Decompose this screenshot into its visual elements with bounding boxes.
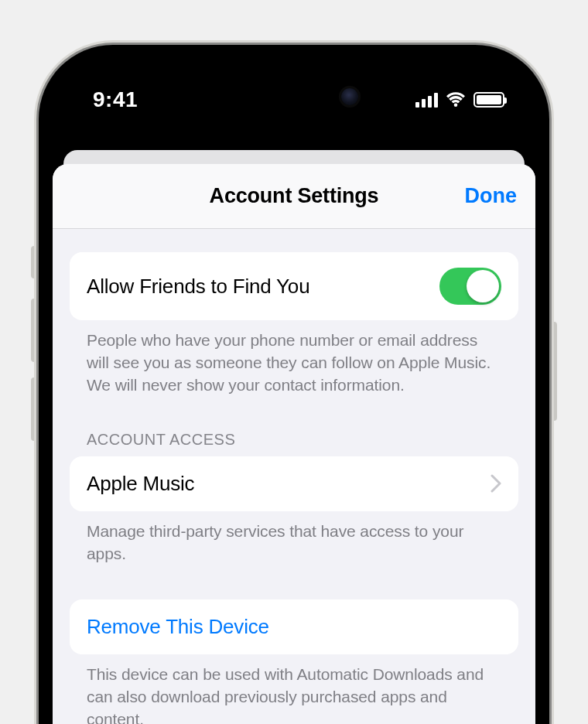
cellular-signal-icon xyxy=(415,92,438,108)
remove-device-label: Remove This Device xyxy=(87,615,269,639)
apple-music-row[interactable]: Apple Music xyxy=(70,456,518,511)
remove-device-footer: This device can be used with Automatic D… xyxy=(70,654,518,724)
front-camera-icon xyxy=(341,88,358,105)
side-button xyxy=(551,322,557,421)
sheet-header: Account Settings Done xyxy=(53,164,535,229)
battery-icon xyxy=(473,92,504,108)
allow-friends-footer: People who have your phone number or ema… xyxy=(70,320,518,397)
allow-friends-row[interactable]: Allow Friends to Find You xyxy=(70,252,518,320)
status-time: 9:41 xyxy=(93,87,138,112)
volume-up-button xyxy=(31,299,37,362)
done-button[interactable]: Done xyxy=(465,164,518,228)
screen: 9:41 xyxy=(53,59,535,724)
mute-switch xyxy=(31,246,37,278)
volume-down-button xyxy=(31,377,37,441)
dynamic-island xyxy=(220,76,368,118)
iphone-frame: 9:41 xyxy=(39,45,549,724)
chevron-right-icon xyxy=(491,474,501,493)
apple-music-label: Apple Music xyxy=(87,472,194,496)
account-access-footer: Manage third-party services that have ac… xyxy=(70,511,518,565)
account-access-header: ACCOUNT ACCESS xyxy=(70,431,518,456)
allow-friends-toggle[interactable] xyxy=(439,268,501,305)
settings-sheet: Account Settings Done Allow Friends to F… xyxy=(53,164,535,724)
page-title: Account Settings xyxy=(210,184,379,208)
remove-device-row[interactable]: Remove This Device xyxy=(70,599,518,654)
wifi-icon xyxy=(446,92,466,108)
allow-friends-label: Allow Friends to Find You xyxy=(87,275,309,299)
